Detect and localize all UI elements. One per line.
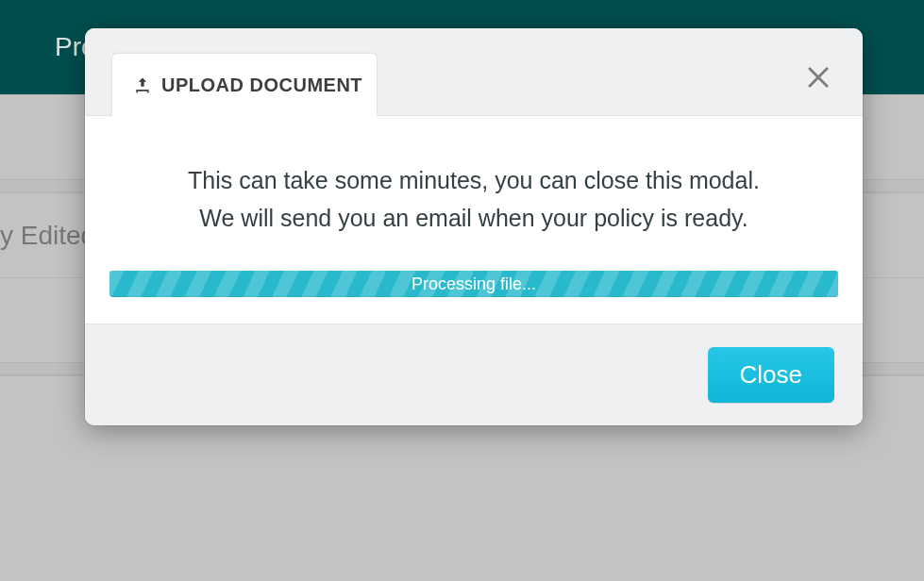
- svg-rect-1: [147, 91, 149, 93]
- modal-tab-upload[interactable]: UPLOAD DOCUMENT: [111, 53, 378, 116]
- modal-body-line1: This can take some minutes, you can clos…: [104, 161, 844, 199]
- upload-document-modal: UPLOAD DOCUMENT This can take some minut…: [85, 28, 863, 425]
- modal-body-line2: We will send you an email when your poli…: [104, 199, 844, 237]
- modal-tab-label: UPLOAD DOCUMENT: [161, 75, 362, 96]
- modal-footer: Close: [85, 324, 863, 425]
- modal-close-x[interactable]: [802, 59, 834, 91]
- upload-icon: [133, 75, 152, 94]
- modal-header: UPLOAD DOCUMENT: [85, 28, 863, 116]
- modal-body: This can take some minutes, you can clos…: [85, 116, 863, 324]
- close-icon: [802, 59, 834, 91]
- progress-label: Processing file...: [412, 274, 536, 294]
- progress-bar: Processing file...: [109, 271, 838, 297]
- svg-rect-0: [136, 91, 138, 93]
- close-button[interactable]: Close: [708, 347, 834, 403]
